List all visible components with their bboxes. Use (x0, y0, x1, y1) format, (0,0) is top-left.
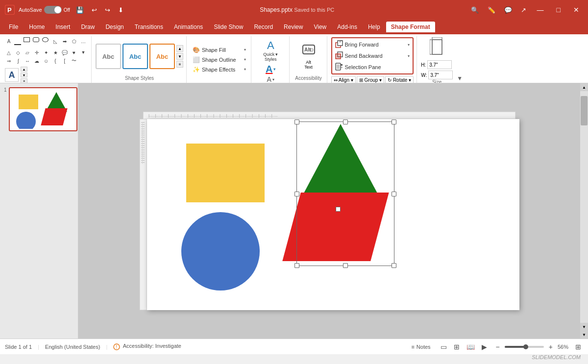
rotate-button[interactable]: ↻ Rotate ▾ (385, 76, 414, 83)
scroll-track[interactable] (580, 91, 588, 323)
menu-insert[interactable]: Insert (50, 22, 75, 32)
shape-text[interactable]: A (5, 37, 13, 45)
style-scroll-down[interactable]: ▼ (176, 53, 183, 60)
shape-rtarrow[interactable]: ➡ (61, 37, 69, 45)
slide-thumb-1[interactable] (9, 87, 77, 131)
handle-tr[interactable] (392, 120, 396, 124)
group-button[interactable]: ⊞ Group ▾ (357, 76, 384, 83)
shape-fill-button[interactable]: 🎨 Shape Fill ▾ (191, 46, 248, 54)
send-backward-button[interactable]: Send Backward ▾ (333, 50, 412, 61)
fit-slide-button[interactable]: ⊞ (573, 342, 583, 352)
handle-bm[interactable] (343, 263, 348, 268)
shape-heart[interactable]: ♥ (70, 49, 78, 56)
notes-button[interactable]: ≡ Notes (408, 343, 433, 351)
comment-button[interactable]: 💬 (502, 5, 514, 15)
menu-design[interactable]: Design (100, 22, 128, 32)
shape-brace[interactable]: { (51, 57, 59, 65)
menu-slideshow[interactable]: Slide Show (209, 22, 248, 32)
menu-file[interactable]: File (4, 22, 23, 32)
shapes-scroll-more[interactable]: ≡ (21, 78, 27, 83)
customize-button[interactable]: ⬇ (116, 5, 125, 15)
menu-draw[interactable]: Draw (76, 22, 99, 32)
menu-review[interactable]: Review (279, 22, 308, 32)
align-button[interactable]: ⇔ Align ▾ (331, 76, 356, 83)
menu-addins[interactable]: Add-ins (332, 22, 362, 32)
slideshow-button[interactable]: ▶ (480, 342, 489, 352)
shape-pentagon[interactable]: ⬠ (70, 37, 78, 45)
normal-view-button[interactable]: ▭ (439, 342, 449, 352)
search-button[interactable]: 🔍 (469, 5, 481, 15)
shape-callout[interactable]: 💬 (61, 49, 69, 56)
yellow-rectangle[interactable] (186, 144, 265, 202)
shape-style-box-2[interactable]: Abc (122, 44, 148, 69)
shape-curve[interactable]: ∫ (14, 57, 22, 65)
shape-cross[interactable]: ✛ (33, 49, 41, 56)
shapes-scroll-down[interactable]: ▼ (21, 73, 27, 77)
width-input[interactable] (428, 71, 453, 79)
bring-forward-button[interactable]: Bring Forward ▾ (333, 39, 412, 50)
close-button[interactable]: ✕ (569, 4, 583, 16)
text-color-button[interactable]: A ▾ (267, 75, 274, 83)
quick-styles-button[interactable]: A Quick ▾ Styles (254, 37, 287, 64)
style-scroll-up[interactable]: ▲ (176, 45, 183, 52)
green-triangle[interactable] (299, 124, 382, 202)
shape-connector[interactable]: ↔ (24, 57, 31, 65)
shape-tri[interactable]: △ (5, 49, 13, 56)
menu-view[interactable]: View (309, 22, 331, 32)
shape-oval[interactable] (42, 37, 49, 42)
handle-br[interactable] (392, 263, 396, 268)
shape-bracket[interactable]: [ (61, 57, 69, 65)
menu-record[interactable]: Record (249, 22, 278, 32)
scroll-down-button[interactable]: ▼ (580, 323, 588, 331)
menu-animations[interactable]: Animations (169, 22, 208, 32)
shape-right-tri[interactable]: ◺ (51, 37, 59, 45)
height-input[interactable] (427, 60, 452, 69)
text-a-button[interactable]: A ▾ (266, 64, 275, 75)
undo-button[interactable]: ↩ (90, 5, 99, 15)
zoom-out-button[interactable]: − (494, 342, 502, 352)
text-box-btn[interactable]: A (5, 68, 19, 82)
shape-effects-button[interactable]: ✨ Shape Effects ▾ (191, 65, 248, 74)
slide-content-area[interactable]: |.....|.....|.....|.....|.....|.....|...… (78, 83, 580, 339)
ribbon-expand-button[interactable]: ▼ (457, 75, 463, 82)
menu-home[interactable]: Home (24, 22, 49, 32)
shape-para[interactable]: ▱ (24, 49, 31, 56)
alt-text-button[interactable]: Alt ⊙ AltText (300, 41, 318, 72)
slide[interactable] (147, 119, 519, 310)
maximize-button[interactable]: □ (553, 4, 564, 16)
shape-line[interactable] (14, 37, 21, 45)
red-parallelogram[interactable] (282, 193, 389, 261)
shapes-scroll-up[interactable]: ▲ (21, 67, 27, 72)
shape-outline-button[interactable]: ⬜ Shape Outline ▾ (191, 55, 248, 64)
selection-pane-button[interactable]: Selection Pane (333, 62, 412, 73)
handle-mr[interactable] (392, 192, 396, 196)
shape-star4[interactable]: ✦ (42, 49, 50, 56)
shape-diamond[interactable]: ◇ (14, 49, 22, 56)
shape-cloud[interactable]: ☁ (33, 57, 41, 65)
shape-star5[interactable]: ★ (51, 49, 59, 56)
shape-style-box-1[interactable]: Abc (96, 44, 121, 69)
shape-scroll[interactable]: ▼ (79, 49, 87, 56)
reading-view-button[interactable]: 📖 (465, 342, 477, 352)
shape-more[interactable]: … (79, 37, 87, 45)
menu-help[interactable]: Help (363, 22, 385, 32)
blue-circle[interactable] (181, 212, 260, 291)
shape-block-arrow[interactable]: ⇒ (5, 57, 13, 65)
shape-wave[interactable]: 〜 (70, 57, 78, 65)
shape-smiley[interactable]: ☺ (42, 57, 50, 65)
share-button[interactable]: ↗ (519, 5, 528, 15)
shape-rect-outline[interactable] (24, 37, 30, 42)
shape-rounded-rect[interactable] (33, 37, 39, 42)
slider-thumb[interactable] (523, 344, 528, 349)
shape-style-box-3[interactable]: Abc (149, 44, 175, 69)
minimize-button[interactable]: — (533, 4, 548, 16)
scroll-thumb[interactable] (581, 96, 588, 125)
pen-button[interactable]: ✏️ (486, 5, 497, 15)
scroll-up-button[interactable]: ▲ (580, 83, 588, 91)
autosave-toggle[interactable] (44, 6, 62, 14)
save-button[interactable]: 💾 (74, 5, 86, 15)
slide-sorter-button[interactable]: ⊞ (452, 342, 462, 352)
menu-transitions[interactable]: Transitions (130, 22, 168, 32)
style-scroll-more[interactable]: ≡ (176, 61, 183, 68)
handle-bl[interactable] (294, 263, 299, 268)
